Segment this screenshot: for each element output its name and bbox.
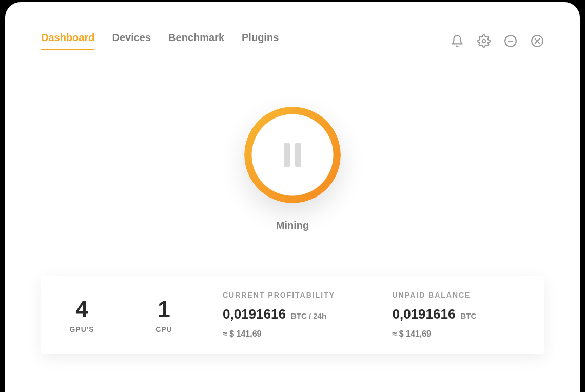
profitability-heading: CURRENT PROFITABILITY <box>223 291 357 299</box>
pause-icon <box>284 143 301 167</box>
stats-cards: 4 GPU'S 1 CPU CURRENT PROFITABILITY 0,01… <box>41 276 544 354</box>
balance-heading: UNPAID BALANCE <box>393 291 527 299</box>
balance-value: 0,0191616 <box>393 306 456 322</box>
tab-benchmark[interactable]: Benchmark <box>168 32 224 50</box>
minimize-circle-icon[interactable] <box>504 34 517 48</box>
mining-status-label: Mining <box>276 220 309 231</box>
cpu-card: 1 CPU <box>123 276 205 354</box>
tab-dashboard[interactable]: Dashboard <box>41 32 94 50</box>
app-window: Dashboard Devices Benchmark Plugins <box>5 2 580 392</box>
profitability-unit: BTC / 24h <box>291 311 326 320</box>
gpu-card: 4 GPU'S <box>41 276 123 354</box>
cpu-label: CPU <box>155 325 172 334</box>
top-bar: Dashboard Devices Benchmark Plugins <box>41 32 544 50</box>
mining-toggle-button[interactable] <box>244 107 341 203</box>
gpu-count: 4 <box>75 297 88 322</box>
balance-unit: BTC <box>460 311 476 320</box>
gpu-label: GPU'S <box>69 325 94 334</box>
balance-approx: ≈ $ 141,69 <box>393 329 527 339</box>
svg-point-0 <box>482 40 486 43</box>
tab-devices[interactable]: Devices <box>112 32 151 50</box>
balance-card: UNPAID BALANCE 0,0191616 BTC ≈ $ 141,69 <box>375 276 544 354</box>
profitability-card: CURRENT PROFITABILITY 0,0191616 BTC / 24… <box>205 276 375 354</box>
profitability-value: 0,0191616 <box>223 306 286 322</box>
tab-plugins[interactable]: Plugins <box>242 32 279 50</box>
bell-icon[interactable] <box>451 34 464 48</box>
profitability-approx: ≈ $ 141,69 <box>223 329 357 339</box>
profitability-value-row: 0,0191616 BTC / 24h <box>223 306 357 322</box>
gear-icon[interactable] <box>477 34 491 48</box>
main-tabs: Dashboard Devices Benchmark Plugins <box>41 32 279 50</box>
cpu-count: 1 <box>158 297 170 322</box>
balance-value-row: 0,0191616 BTC <box>393 306 527 322</box>
main-area: Mining 4 GPU'S 1 CPU CURRENT PROFITABILI… <box>41 107 544 354</box>
window-controls <box>451 34 544 48</box>
close-circle-icon[interactable] <box>531 34 544 48</box>
